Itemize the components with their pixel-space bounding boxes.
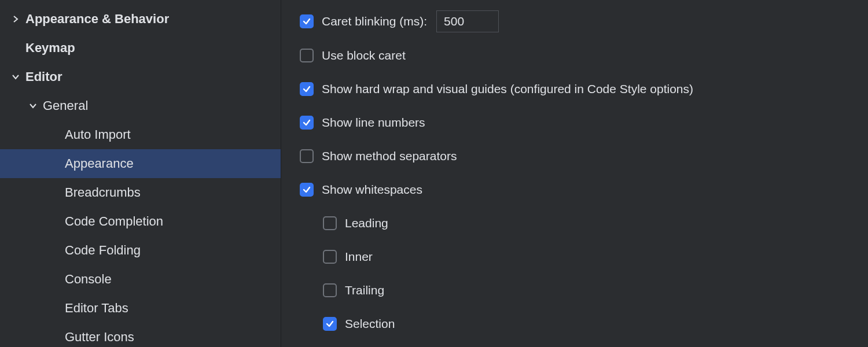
checkbox-hard-wrap-guides[interactable] [300,82,314,96]
sidebar-item-label: Keymap [25,40,75,57]
sidebar-item-breadcrumbs[interactable]: Breadcrumbs [0,178,281,207]
sidebar-item-appearance[interactable]: Appearance [0,149,281,178]
option-label: Show hard wrap and visual guides (config… [322,81,693,97]
option-label-text: Caret blinking (ms): [322,13,427,29]
option-show-method-separators: Show method separators [300,146,851,167]
sidebar-item-console[interactable]: Console [0,265,281,294]
arrow-spacer [12,44,20,52]
option-ws-selection: Selection [300,313,851,334]
sidebar-item-appearance-behavior[interactable]: Appearance & Behavior [0,5,281,34]
sidebar-item-label: General [43,98,88,115]
sidebar-item-label: Breadcrumbs [65,184,141,201]
option-ws-trailing: Trailing [300,280,851,301]
sidebar-item-keymap[interactable]: Keymap [0,34,281,62]
option-caret-blinking: Caret blinking (ms): [300,10,851,32]
checkbox-show-whitespaces[interactable] [300,183,314,197]
checkbox-ws-trailing[interactable] [323,283,337,297]
option-show-line-numbers: Show line numbers [300,112,851,133]
sidebar-item-label: Console [65,271,112,288]
sidebar-item-code-completion[interactable]: Code Completion [0,207,281,236]
checkbox-show-line-numbers[interactable] [300,116,314,130]
sidebar-item-editor-tabs[interactable]: Editor Tabs [0,294,281,323]
sidebar-item-general[interactable]: General [0,91,281,120]
sidebar-item-label: Gutter Icons [65,329,134,346]
option-hard-wrap-guides: Show hard wrap and visual guides (config… [300,79,851,99]
settings-sidebar: Appearance & Behavior Keymap Editor Gene… [0,0,281,347]
sidebar-item-auto-import[interactable]: Auto Import [0,120,281,149]
sidebar-item-label: Editor Tabs [65,300,128,317]
sidebar-item-label: Appearance & Behavior [25,11,169,28]
chevron-right-icon [12,15,20,23]
option-ws-leading: Leading [300,213,851,234]
checkbox-ws-selection[interactable] [323,317,337,331]
sidebar-item-label: Editor [25,69,62,86]
option-label: Inner [345,249,373,264]
sidebar-item-label: Code Folding [65,242,141,259]
checkbox-ws-inner[interactable] [323,250,337,264]
option-use-block-caret: Use block caret [300,45,851,66]
sidebar-item-label: Appearance [65,156,134,172]
option-label: Show line numbers [322,115,425,130]
settings-content: Caret blinking (ms): Use block caret Sho… [281,0,868,347]
caret-blinking-input[interactable] [436,10,499,32]
sidebar-item-code-folding[interactable]: Code Folding [0,236,281,265]
option-label: Use block caret [322,47,406,63]
option-show-whitespaces: Show whitespaces [300,179,851,200]
option-label: Show whitespaces [322,182,422,197]
option-label: Selection [345,316,395,331]
option-ws-inner: Inner [300,246,851,267]
chevron-down-icon [12,73,20,81]
sidebar-item-label: Code Completion [65,213,163,230]
sidebar-item-gutter-icons[interactable]: Gutter Icons [0,323,281,347]
checkbox-ws-leading[interactable] [323,216,337,230]
sidebar-item-editor[interactable]: Editor [0,62,281,91]
option-label: Show method separators [322,148,457,164]
checkbox-show-method-separators[interactable] [300,149,314,163]
checkbox-caret-blinking[interactable] [300,14,314,28]
sidebar-item-label: Auto Import [65,127,131,143]
option-label: Trailing [345,282,384,298]
option-label: Caret blinking (ms): [322,10,499,32]
chevron-down-icon [29,102,37,110]
option-label: Leading [345,215,388,231]
checkbox-use-block-caret[interactable] [300,49,314,62]
